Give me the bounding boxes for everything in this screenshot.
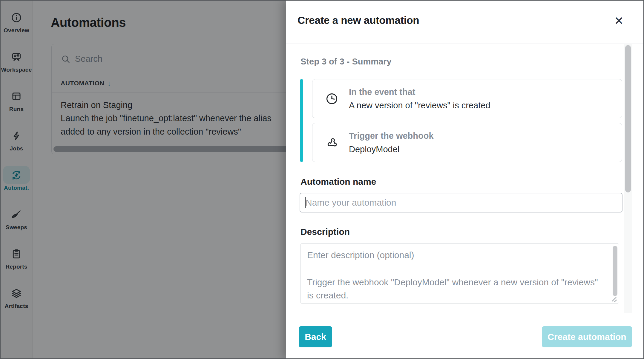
modal-title: Create a new automation: [298, 14, 419, 26]
modal-scrollbar[interactable]: [624, 44, 632, 313]
step-indicator: Step 3 of 3 - Summary: [300, 57, 392, 67]
summary-card-event: In the event that A new version of "revi…: [312, 79, 622, 118]
description-label: Description: [300, 227, 350, 237]
summary-accent-bar: [300, 79, 303, 162]
event-card-value: A new version of "reviews" is created: [349, 98, 490, 112]
create-automation-button[interactable]: Create automation: [542, 326, 632, 347]
action-card-value: DeployModel: [349, 142, 434, 156]
modal-footer: Back Create automation: [286, 313, 644, 359]
close-icon[interactable]: ✕: [612, 14, 625, 27]
description-suggested-text: Trigger the webhook "DeployModel" whenev…: [307, 276, 606, 302]
resize-handle-icon[interactable]: [611, 295, 617, 302]
event-card-title: In the event that: [349, 85, 490, 98]
description-textarea[interactable]: Enter description (optional) Trigger the…: [300, 243, 619, 304]
automation-name-label: Automation name: [300, 177, 376, 187]
text-caret: [305, 197, 306, 208]
textarea-scrollbar-thumb[interactable]: [613, 246, 617, 296]
description-placeholder: Enter description (optional): [307, 250, 414, 260]
action-card-title: Trigger the webhook: [349, 129, 434, 142]
clock-icon: [325, 92, 339, 106]
create-automation-modal: Create a new automation ✕ Step 3 of 3 - …: [286, 0, 644, 359]
modal-header: Create a new automation ✕: [286, 0, 644, 44]
back-button[interactable]: Back: [299, 326, 332, 347]
automation-name-input[interactable]: [300, 193, 622, 212]
webhook-icon: [325, 136, 339, 150]
modal-scrollbar-thumb[interactable]: [625, 45, 631, 192]
summary-card-action: Trigger the webhook DeployModel: [312, 123, 622, 162]
textarea-scrollbar[interactable]: [613, 246, 617, 297]
